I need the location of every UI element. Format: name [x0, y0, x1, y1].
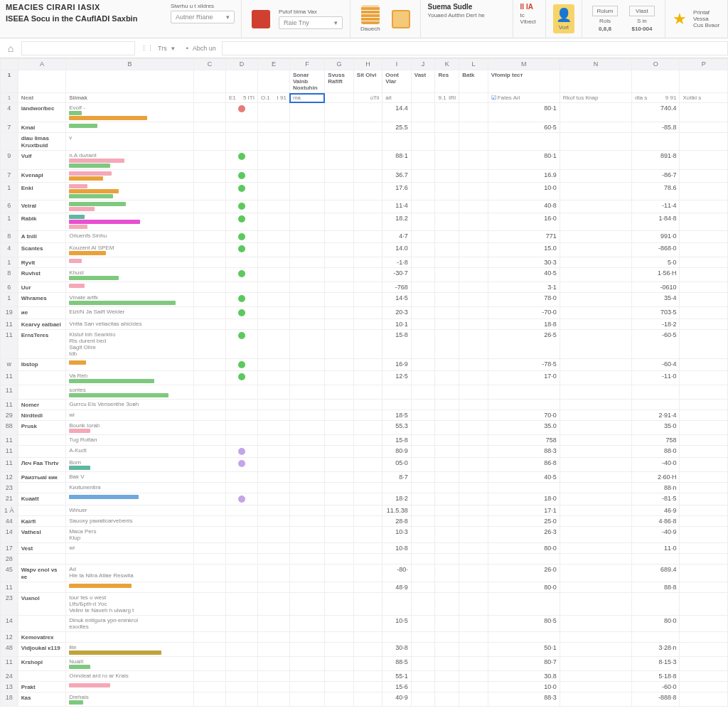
cell[interactable]	[560, 543, 631, 554]
row-header[interactable]	[1, 133, 18, 151]
cell-value-m[interactable]: 80·5	[488, 616, 560, 632]
row-header[interactable]: 28	[1, 554, 18, 564]
cell[interactable]	[560, 400, 631, 410]
row-header[interactable]: 7	[1, 170, 18, 183]
row-header[interactable]: 11	[1, 435, 18, 446]
cell-label[interactable]	[18, 483, 65, 493]
cell[interactable]	[257, 421, 289, 435]
cell-status-dot[interactable]	[225, 282, 257, 293]
cell[interactable]	[194, 257, 226, 268]
cell[interactable]	[411, 682, 435, 692]
hdr-h[interactable]: Sit Olvi	[353, 70, 382, 93]
cell[interactable]	[257, 330, 289, 359]
cell[interactable]	[680, 400, 728, 410]
cell-bars[interactable]: Bak V	[66, 472, 194, 483]
cell[interactable]	[560, 671, 631, 682]
cell-bars[interactable]: n.A duлant	[66, 151, 194, 170]
cell-value-m[interactable]: 16·0	[488, 213, 560, 231]
cell-status-dot[interactable]	[225, 213, 257, 231]
hdr-l[interactable]: Batk	[459, 70, 488, 93]
cell[interactable]	[353, 564, 382, 582]
cell[interactable]	[411, 493, 435, 505]
cell[interactable]	[353, 516, 382, 527]
cell-value-i[interactable]: 18.2	[382, 213, 411, 231]
cell-value-m[interactable]	[488, 385, 560, 400]
cell[interactable]	[459, 564, 488, 582]
cell[interactable]	[353, 671, 382, 682]
column-header[interactable]: E	[257, 59, 289, 70]
cell[interactable]	[353, 446, 382, 458]
cell[interactable]	[289, 133, 324, 151]
cell-label[interactable]: Velral	[18, 200, 65, 213]
cell-status-dot[interactable]	[225, 243, 257, 257]
cell-status-dot[interactable]	[225, 103, 257, 122]
cell-value-i[interactable]: 17.6	[382, 183, 411, 200]
cell-bars[interactable]: Khust	[66, 268, 194, 282]
cell-value-o[interactable]: -0610	[631, 282, 679, 293]
cell-value-o[interactable]: 8·15·3	[631, 657, 679, 671]
cell-status-dot[interactable]	[225, 582, 257, 593]
cell-label[interactable]: Ryvit	[18, 257, 65, 268]
cell[interactable]	[560, 133, 631, 151]
cell-value-m[interactable]: 18·0	[488, 493, 560, 505]
cell[interactable]	[680, 231, 728, 243]
cell[interactable]	[435, 103, 459, 122]
cell-value-o[interactable]: -11·0	[631, 371, 679, 385]
cell[interactable]	[560, 183, 631, 200]
cell[interactable]	[560, 421, 631, 435]
cell[interactable]	[435, 593, 459, 616]
name-box[interactable]	[21, 41, 135, 55]
cell[interactable]	[560, 243, 631, 257]
cell-bars[interactable]	[66, 632, 194, 643]
cell[interactable]	[411, 543, 435, 554]
star-icon[interactable]: ★	[673, 10, 687, 28]
cell-label[interactable]: Scantes	[18, 243, 65, 257]
cell[interactable]	[435, 692, 459, 707]
cell[interactable]	[411, 93, 435, 103]
cell-value-i[interactable]: 88·5	[382, 657, 411, 671]
cell[interactable]	[325, 359, 353, 371]
cell[interactable]	[560, 170, 631, 183]
cell[interactable]	[680, 657, 728, 671]
cell[interactable]	[66, 70, 194, 93]
cell-value-i[interactable]: 36.7	[382, 170, 411, 183]
cell[interactable]	[459, 671, 488, 682]
hdr-k[interactable]: Res	[435, 70, 459, 93]
cell[interactable]	[257, 682, 289, 692]
cell[interactable]	[435, 385, 459, 400]
cell[interactable]	[257, 385, 289, 400]
cell[interactable]	[325, 243, 353, 257]
column-header[interactable]: L	[459, 59, 488, 70]
row-header[interactable]: 21	[1, 493, 18, 505]
cell[interactable]	[325, 93, 353, 103]
cell[interactable]	[560, 593, 631, 616]
cell[interactable]	[411, 268, 435, 282]
cell-value-o[interactable]: 5·18·8	[631, 671, 679, 682]
cell[interactable]	[194, 410, 226, 421]
cell-bars[interactable]	[66, 200, 194, 213]
cell-value-o[interactable]: 88·0	[631, 446, 679, 458]
filter-b[interactable]: Siimak	[66, 93, 194, 103]
cell[interactable]	[459, 293, 488, 307]
cell[interactable]	[194, 371, 226, 385]
cell-value-i[interactable]: 4·7	[382, 231, 411, 243]
cell[interactable]	[560, 268, 631, 282]
cell-value-o[interactable]: 35·0	[631, 421, 679, 435]
cell[interactable]	[289, 268, 324, 282]
cell[interactable]	[560, 319, 631, 330]
cell-status-dot[interactable]	[225, 257, 257, 268]
column-header[interactable]: A	[18, 59, 65, 70]
cell[interactable]	[435, 151, 459, 170]
cell[interactable]	[680, 458, 728, 472]
cell[interactable]	[353, 385, 382, 400]
cell-status-dot[interactable]	[225, 231, 257, 243]
cell-value-i[interactable]: 14·5	[382, 293, 411, 307]
cell-value-i[interactable]: 10·5	[382, 616, 411, 632]
cell-value-i[interactable]	[382, 400, 411, 410]
cell[interactable]	[257, 593, 289, 616]
cell-value-o[interactable]: 88·n	[631, 483, 679, 493]
cell-bars[interactable]	[66, 170, 194, 183]
cell-value-i[interactable]	[382, 385, 411, 400]
cell[interactable]	[459, 505, 488, 516]
field2-dropdown[interactable]: Raie Tny ▾	[279, 16, 343, 29]
